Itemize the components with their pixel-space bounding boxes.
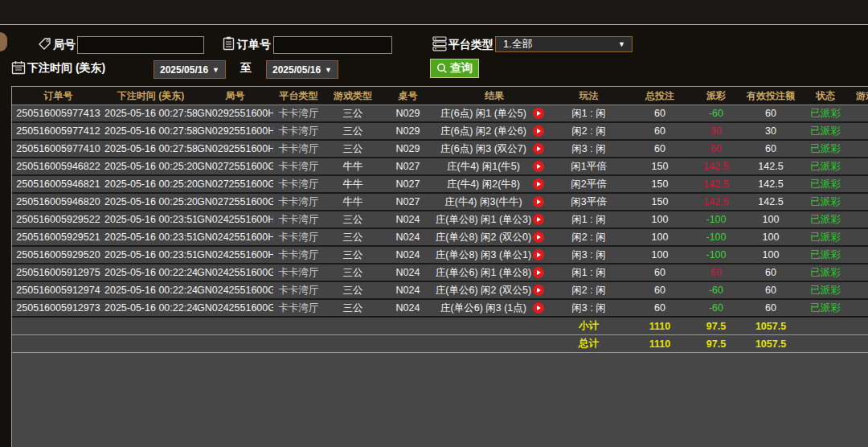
table-row: 250516005977412 2025-05-16 00:27:58 GN02… <box>12 123 868 141</box>
cell-order-no: 250516005912973 <box>12 302 104 314</box>
col-header-play: 玩法 <box>555 89 623 103</box>
cell-status: 已派彩 <box>806 301 845 315</box>
cell-play: 闲1 : 闲 <box>555 107 623 121</box>
cell-platform: 卡卡湾厅 <box>273 195 324 209</box>
cell-valid-bet: 60 <box>735 108 806 119</box>
cell-valid-bet: 30 <box>735 125 806 137</box>
play-video-icon[interactable] <box>533 196 544 207</box>
cell-payout: 142.5 <box>697 161 735 172</box>
cell-game-type: 三公 <box>324 213 382 227</box>
top-bar <box>0 0 868 25</box>
play-video-icon[interactable] <box>533 125 544 137</box>
cell-order-no: 250516005912974 <box>12 285 104 296</box>
play-video-icon[interactable] <box>533 285 544 296</box>
cell-bet-time: 2025-05-16 00:27:58 <box>104 143 197 154</box>
drawer-handle[interactable] <box>0 32 7 51</box>
play-video-icon[interactable] <box>533 178 544 190</box>
play-video-icon[interactable] <box>533 108 544 119</box>
cell-status: 已派彩 <box>806 195 845 209</box>
play-video-icon[interactable] <box>533 161 544 172</box>
result-text: 庄(单公8) 闲2 (双公0) <box>434 231 533 244</box>
table-row: 250516005929522 2025-05-16 00:23:51 GN02… <box>12 211 868 229</box>
cell-result: 庄(牛4) 闲1(牛5) <box>434 160 555 174</box>
col-header-total-bet: 总投注 <box>623 89 697 103</box>
cell-status: 已派彩 <box>806 178 845 191</box>
cell-play: 闲2平倍 <box>555 178 623 191</box>
cell-game-type: 三公 <box>324 142 382 156</box>
cell-status: 已派彩 <box>806 213 845 227</box>
cell-game-type: 三公 <box>324 125 382 138</box>
cell-order-no: 250516005946822 <box>12 161 104 172</box>
table-row: 250516005929520 2025-05-16 00:23:51 GN02… <box>12 247 868 265</box>
table-row: 250516005946821 2025-05-16 00:25:20 GN02… <box>12 176 868 194</box>
table-row: 250516005929521 2025-05-16 00:23:51 GN02… <box>12 229 868 247</box>
cell-platform: 卡卡湾厅 <box>273 213 324 227</box>
result-text: 庄(6点) 闲3 (双公7) <box>434 142 533 156</box>
platform-type-icon <box>432 36 447 51</box>
cell-game-no: GN0292551600H <box>197 143 273 154</box>
play-video-icon[interactable] <box>533 249 544 260</box>
cell-platform: 卡卡湾厅 <box>273 178 324 191</box>
date-to-picker[interactable]: 2025/05/16 ▼ <box>266 60 338 79</box>
cell-bet-time: 2025-05-16 00:27:58 <box>104 108 197 119</box>
platform-type-value: 1.全部 <box>496 37 618 51</box>
cell-payout: -100 <box>697 232 735 243</box>
cell-result: 庄(牛4) 闲3(牛牛) <box>434 195 555 209</box>
cell-result: 庄(单公8) 闲1 (单公3) <box>434 213 555 227</box>
play-video-icon[interactable] <box>533 267 544 278</box>
cell-game-no: GN0242551600H <box>197 214 273 225</box>
search-icon <box>436 63 448 74</box>
cell-result: 庄(单公6) 闲3 (1点) <box>434 301 555 315</box>
query-button-label: 查询 <box>450 61 473 76</box>
cell-total-bet: 60 <box>623 108 697 119</box>
cell-game-no: GN0272551600G <box>197 161 273 172</box>
cell-game-type: 牛牛 <box>324 195 382 209</box>
total-row: 总计 1110 97.5 1057.5 <box>12 335 868 353</box>
subtotal-total-bet: 1110 <box>623 321 697 332</box>
cell-table-no: N029 <box>382 125 434 137</box>
cell-result: 庄(6点) 闲1 (单公5) <box>434 107 555 121</box>
platform-type-select[interactable]: 1.全部 ▼ <box>495 36 633 52</box>
cell-platform: 卡卡湾厅 <box>273 266 324 280</box>
cell-valid-bet: 100 <box>735 249 806 260</box>
cell-valid-bet: 60 <box>735 302 806 314</box>
cell-platform: 卡卡湾厅 <box>273 125 324 138</box>
result-text: 庄(单公8) 闲3 (单公1) <box>434 248 533 262</box>
calendar-icon <box>11 60 26 75</box>
cell-payout: 60 <box>697 267 735 278</box>
cell-order-no: 250516005929520 <box>12 249 104 260</box>
order-no-input[interactable] <box>273 36 392 54</box>
query-button[interactable]: 查询 <box>430 59 479 78</box>
cell-bet-time: 2025-05-16 00:27:58 <box>104 125 197 137</box>
cell-game-type: 三公 <box>324 107 382 121</box>
cell-result: 庄(6点) 闲3 (双公7) <box>434 142 555 156</box>
date-from-value: 2025/05/16 <box>160 64 208 76</box>
cell-game-no: GN0242551600G <box>197 267 273 278</box>
total-payout: 97.5 <box>697 338 735 350</box>
cell-status: 已派彩 <box>806 125 845 138</box>
col-header-table-no: 桌号 <box>382 89 434 103</box>
cell-platform: 卡卡湾厅 <box>273 142 324 156</box>
cell-valid-bet: 100 <box>735 232 806 243</box>
game-no-input[interactable] <box>77 36 204 54</box>
cell-payout: -60 <box>697 108 735 119</box>
result-text: 庄(6点) 闲2 (单公6) <box>434 125 533 138</box>
date-from-picker[interactable]: 2025/05/16 ▼ <box>154 60 226 79</box>
cell-status: 已派彩 <box>806 284 845 297</box>
table-row: 250516005946820 2025-05-16 00:25:20 GN02… <box>12 194 868 211</box>
cell-play: 闲3 : 闲 <box>555 301 623 315</box>
total-total-bet: 1110 <box>623 338 697 350</box>
cell-game-no: GN0292551600H <box>197 108 273 119</box>
cell-order-no: 250516005929521 <box>12 232 104 243</box>
play-video-icon[interactable] <box>533 302 544 314</box>
cell-bet-time: 2025-05-16 00:23:51 <box>104 214 197 225</box>
cell-order-no: 250516005946820 <box>12 196 104 207</box>
play-video-icon[interactable] <box>533 214 544 225</box>
play-video-icon[interactable] <box>533 232 544 243</box>
cell-play: 闲2 : 闲 <box>555 284 623 297</box>
play-video-icon[interactable] <box>533 143 544 154</box>
cell-payout: -60 <box>697 285 735 296</box>
cell-order-no: 250516005929522 <box>12 214 104 225</box>
col-header-game-type: 游戏类型 <box>324 89 382 103</box>
cell-table-no: N024 <box>382 232 434 243</box>
